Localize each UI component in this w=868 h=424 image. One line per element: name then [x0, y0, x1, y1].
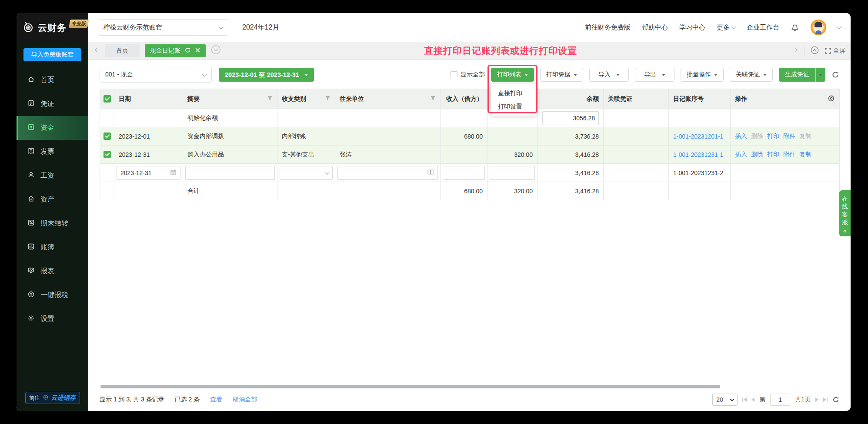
scrollbar-thumb[interactable]: [100, 385, 720, 388]
entry-expense-input[interactable]: [490, 166, 535, 180]
filter-funnel-icon[interactable]: [325, 96, 331, 103]
prev-page-button[interactable]: [751, 398, 754, 402]
export-button[interactable]: 导出: [635, 68, 674, 82]
link-voucher-button[interactable]: 关联凭证: [730, 68, 773, 82]
report-icon: [27, 267, 35, 276]
tab-list-dropdown-icon[interactable]: [211, 45, 221, 56]
action-insert[interactable]: 插入: [735, 132, 747, 139]
user-avatar[interactable]: [811, 20, 826, 35]
caret-down-icon: [714, 74, 718, 76]
action-copy[interactable]: 复制: [799, 151, 811, 158]
sidebar-item-settings[interactable]: 设置: [17, 307, 88, 331]
filter-funnel-icon[interactable]: [430, 96, 436, 103]
menu-item-direct-print[interactable]: 直接打印: [491, 86, 537, 100]
sidebar-item-label: 凭证: [40, 99, 54, 109]
action-attachment[interactable]: 附件: [783, 132, 795, 139]
next-page-button[interactable]: [815, 398, 818, 402]
last-page-button[interactable]: [823, 398, 828, 402]
sidebar-item-label: 报表: [40, 267, 54, 276]
sidebar-item-period-end[interactable]: 期末结转: [17, 212, 88, 235]
print-voucher-button[interactable]: 打印凭据: [540, 68, 583, 82]
sidebar-item-label: 期末结转: [40, 219, 68, 228]
show-all-checkbox[interactable]: 显示全部: [451, 71, 485, 79]
new-entry-row: 2023-12-31 3,416.28 1-001-20231231-2: [100, 164, 840, 182]
entry-category-select[interactable]: [280, 166, 333, 180]
page-total-label: 共1页: [795, 396, 811, 404]
row-checkbox-checked[interactable]: [103, 132, 111, 140]
sidebar-item-tax[interactable]: 一键报税: [17, 283, 88, 307]
sidebar-item-salary[interactable]: 工资: [17, 164, 88, 188]
sidebar-item-home[interactable]: 首页: [17, 68, 88, 92]
goto-free-version-link[interactable]: 前往财务免费版: [585, 23, 631, 32]
tab-home[interactable]: 首页: [105, 44, 140, 57]
import-free-account-button[interactable]: 导入免费版账套: [23, 48, 81, 61]
refresh-icon[interactable]: [831, 71, 839, 79]
fullscreen-button[interactable]: 全屏: [825, 47, 845, 55]
action-print[interactable]: 打印: [767, 132, 779, 139]
tab-cash-journal[interactable]: 现金日记账: [145, 44, 206, 57]
page-content: 001 - 现金 2023-12-01 至 2023-12-31 显示全部 打印…: [88, 60, 851, 411]
init-balance-input[interactable]: 3056.28: [542, 111, 599, 125]
collapse-up-circle-icon[interactable]: [811, 46, 819, 56]
caret-down-icon: [662, 74, 665, 76]
import-button[interactable]: 导入: [589, 68, 629, 82]
table-row[interactable]: 2023-12-31 购入办公用品 支-其他支出 张涛 320.00 3,416…: [100, 146, 840, 164]
account-chevron-down-icon[interactable]: [837, 24, 841, 29]
row-checkbox-checked[interactable]: [103, 151, 111, 158]
calendar-icon: [170, 169, 177, 177]
page-number-input[interactable]: [770, 394, 790, 406]
selected-count: 已选 2 条: [175, 396, 200, 404]
tab-refresh-icon[interactable]: [184, 47, 191, 55]
goto-inventory-button[interactable]: 前往 云进销存: [25, 392, 80, 404]
cash-account-select[interactable]: 001 - 现金: [100, 67, 212, 83]
online-service-tab[interactable]: 在线客服 «: [839, 190, 851, 236]
tabs-scroll-right-icon[interactable]: [793, 47, 799, 54]
journal-serial-link[interactable]: 1-001-20231231-1: [673, 151, 723, 158]
action-insert[interactable]: 插入: [735, 151, 747, 158]
date-range-button[interactable]: 2023-12-01 至 2023-12-31: [219, 68, 314, 82]
filter-funnel-icon[interactable]: [267, 96, 273, 103]
batch-actions-button[interactable]: 批量操作: [681, 68, 724, 82]
topbar: 柠檬云财务示范账套 2024年12月 前往财务免费版 帮助中心 学习中心 更多 …: [88, 13, 851, 42]
column-settings-gear-icon[interactable]: [828, 95, 835, 103]
sidebar-item-ledger[interactable]: 账簿: [17, 235, 88, 259]
entry-summary-input[interactable]: [185, 166, 275, 180]
journal-serial-link[interactable]: 1-001-20231201-1: [673, 133, 723, 140]
tabs-scroll-left-icon[interactable]: [93, 47, 100, 55]
menu-item-print-settings[interactable]: 打印设置: [491, 100, 537, 113]
entry-party-input[interactable]: [337, 166, 438, 180]
sidebar-item-invoice[interactable]: 发票: [17, 140, 88, 164]
sidebar-item-reports[interactable]: 报表: [17, 259, 88, 283]
generate-voucher-caret[interactable]: [815, 68, 825, 82]
action-print[interactable]: 打印: [767, 151, 779, 158]
entry-date-input[interactable]: 2023-12-31: [117, 166, 180, 180]
sidebar-item-assets[interactable]: 资产: [17, 188, 88, 212]
help-center-link[interactable]: 帮助中心: [642, 23, 668, 32]
view-selected-link[interactable]: 查看: [210, 396, 222, 404]
generate-voucher-button[interactable]: 生成凭证: [779, 68, 815, 82]
more-menu[interactable]: 更多: [717, 23, 735, 32]
action-delete[interactable]: 删除: [751, 151, 763, 158]
action-delete[interactable]: 删除: [751, 132, 763, 139]
page-size-select[interactable]: 20: [712, 394, 738, 406]
entry-income-input[interactable]: [443, 166, 485, 180]
cancel-all-link[interactable]: 取消全部: [233, 396, 257, 404]
sidebar-item-voucher[interactable]: 凭证: [17, 92, 88, 116]
salary-icon: [27, 171, 35, 180]
first-page-button[interactable]: [742, 398, 747, 402]
pager-refresh-icon[interactable]: [832, 396, 839, 403]
collapse-arrows: «: [843, 227, 847, 234]
col-party: 往来单位: [335, 89, 441, 109]
account-set-select[interactable]: 柠檬云财务示范账套: [98, 19, 228, 36]
print-list-button[interactable]: 打印列表: [491, 68, 534, 82]
total-expense: 320.00: [487, 182, 537, 200]
enterprise-workspace-link[interactable]: 企业工作台: [747, 23, 779, 32]
learning-center-link[interactable]: 学习中心: [679, 23, 705, 32]
select-all-checkbox[interactable]: [103, 95, 111, 103]
sidebar-item-funds[interactable]: 资金: [17, 116, 88, 140]
action-copy[interactable]: 复制: [799, 132, 811, 139]
notification-bell-icon[interactable]: [791, 23, 799, 32]
action-attachment[interactable]: 附件: [783, 151, 795, 158]
tab-close-icon[interactable]: [195, 47, 200, 54]
table-row[interactable]: 2023-12-01 资金内部调拨 内部转账 680.00 3,736.28 1…: [100, 127, 840, 146]
